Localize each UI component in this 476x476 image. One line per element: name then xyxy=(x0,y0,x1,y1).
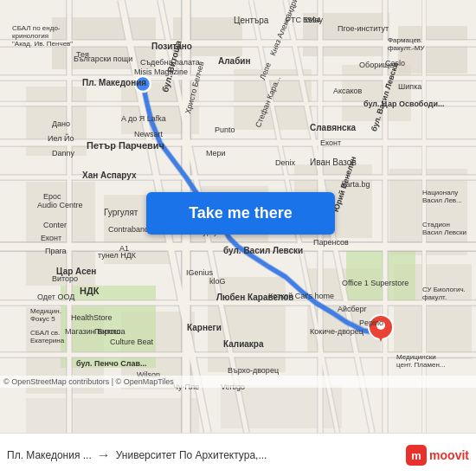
svg-rect-8 xyxy=(26,182,95,286)
moovit-logo-icon: m xyxy=(406,445,427,466)
map-attribution: © OpenStreetMap contributors | © OpenMap… xyxy=(0,376,476,388)
app-container: Пл. Македония Позитано Алабин Центъра Mi… xyxy=(0,0,476,476)
destination-label: Университет По Архитектура,... xyxy=(116,449,267,461)
map-area[interactable]: Пл. Македония Позитано Алабин Центъра Mi… xyxy=(0,0,476,433)
svg-point-56 xyxy=(135,76,151,92)
route-info: Пл. Македония ... → Университет По Архит… xyxy=(7,447,406,463)
moovit-logo: m moovit xyxy=(406,445,469,466)
origin-label: Пл. Македония ... xyxy=(7,449,92,461)
bottom-bar: Пл. Македония ... → Университет По Архит… xyxy=(0,433,476,476)
route-arrow: → xyxy=(97,447,111,463)
svg-rect-18 xyxy=(26,398,199,433)
svg-rect-7 xyxy=(342,65,411,121)
svg-point-59 xyxy=(376,321,385,330)
svg-rect-21 xyxy=(346,247,415,303)
take-me-there-button[interactable]: Take me there xyxy=(146,192,335,235)
moovit-logo-text: moovit xyxy=(429,448,469,462)
svg-rect-2 xyxy=(303,13,389,56)
svg-text:m: m xyxy=(411,449,421,462)
